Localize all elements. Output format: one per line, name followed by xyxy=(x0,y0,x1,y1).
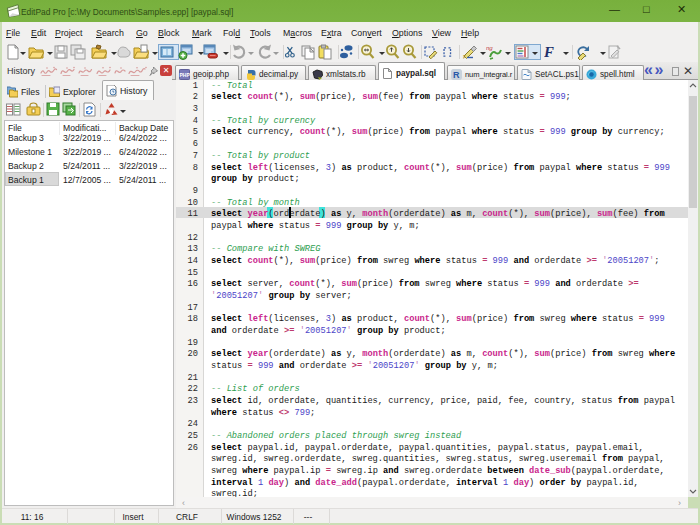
svg-text:F: F xyxy=(463,54,466,60)
svg-text:F: F xyxy=(544,44,554,60)
svg-text:ng: ng xyxy=(486,45,493,51)
svg-text:R: R xyxy=(453,70,460,80)
svg-text:PHP: PHP xyxy=(180,72,191,78)
